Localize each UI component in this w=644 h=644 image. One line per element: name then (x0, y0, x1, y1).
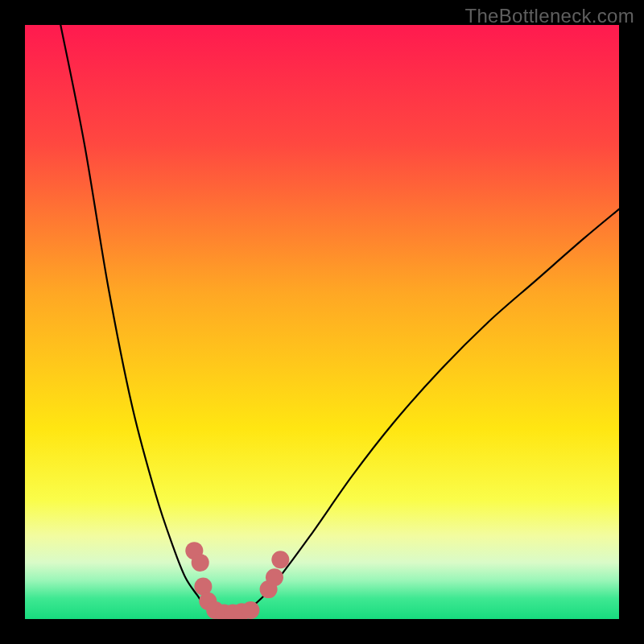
marker-point (192, 554, 209, 572)
chart-frame: TheBottleneck.com (0, 0, 644, 644)
marker-point (271, 551, 289, 568)
marker-point (242, 601, 259, 619)
plot-area (25, 25, 619, 619)
marker-point (266, 568, 283, 586)
watermark-label: TheBottleneck.com (464, 5, 634, 27)
bottleneck-chart-svg (25, 25, 619, 619)
